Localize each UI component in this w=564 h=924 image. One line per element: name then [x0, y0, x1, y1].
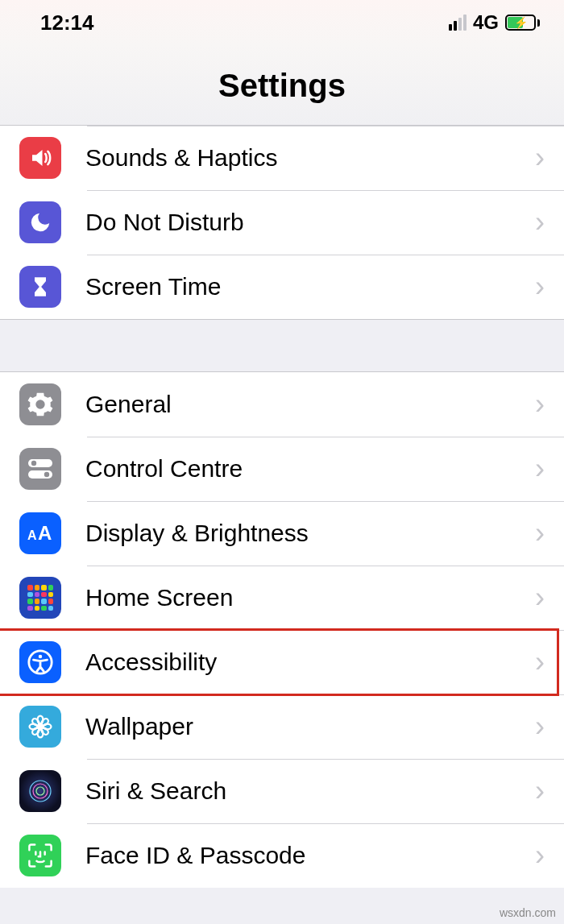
svg-point-7: [39, 655, 43, 659]
svg-text:A: A: [38, 522, 52, 544]
svg-point-18: [33, 784, 48, 798]
group-separator: [0, 319, 564, 372]
chevron-right-icon: ›: [535, 387, 545, 421]
row-screen-time[interactable]: Screen Time ›: [0, 255, 564, 319]
network-label: 4G: [473, 11, 499, 34]
row-accessibility[interactable]: Accessibility ›: [0, 630, 564, 694]
row-general[interactable]: General ›: [0, 372, 564, 437]
svg-point-16: [31, 727, 41, 736]
row-control-centre[interactable]: Control Centre ›: [0, 437, 564, 501]
row-label: Sounds & Haptics: [85, 144, 535, 172]
svg-text:A: A: [27, 528, 37, 542]
row-label: Wallpaper: [85, 713, 535, 740]
row-label: Face ID & Passcode: [85, 842, 535, 869]
row-do-not-disturb[interactable]: Do Not Disturb ›: [0, 190, 564, 255]
svg-point-15: [40, 718, 50, 727]
home-screen-icon: [19, 577, 61, 619]
faceid-icon: [19, 835, 61, 876]
row-wallpaper[interactable]: Wallpaper ›: [0, 694, 564, 759]
hourglass-icon: [19, 266, 61, 308]
settings-group-1: Sounds & Haptics › Do Not Disturb › Scre…: [0, 126, 564, 319]
row-display-brightness[interactable]: AA Display & Brightness ›: [0, 501, 564, 566]
siri-icon: [19, 770, 61, 812]
status-right: 4G ⚡: [449, 11, 540, 34]
chevron-right-icon: ›: [535, 141, 545, 175]
row-label: Display & Brightness: [85, 520, 535, 547]
chevron-right-icon: ›: [535, 774, 545, 808]
text-size-icon: AA: [19, 512, 61, 554]
gear-icon: [19, 383, 61, 425]
status-time: 12:14: [40, 10, 94, 35]
cell-signal-icon: [449, 15, 467, 31]
chevron-right-icon: ›: [535, 581, 545, 615]
chevron-right-icon: ›: [535, 645, 545, 679]
row-label: Control Centre: [85, 455, 535, 483]
svg-point-3: [44, 472, 49, 477]
svg-point-14: [40, 727, 50, 736]
svg-point-13: [31, 718, 41, 727]
row-home-screen[interactable]: Home Screen ›: [0, 566, 564, 630]
row-label: Screen Time: [85, 273, 535, 300]
row-siri-search[interactable]: Siri & Search ›: [0, 759, 564, 823]
accessibility-icon: [19, 641, 61, 683]
page-title: Settings: [0, 68, 564, 104]
row-sounds-haptics[interactable]: Sounds & Haptics ›: [0, 126, 564, 190]
chevron-right-icon: ›: [535, 452, 545, 486]
status-bar: 12:14 4G ⚡: [0, 0, 564, 45]
chevron-right-icon: ›: [535, 839, 545, 872]
row-label: General: [85, 391, 535, 418]
chevron-right-icon: ›: [535, 205, 545, 239]
battery-icon: ⚡: [505, 15, 540, 31]
svg-point-19: [36, 787, 44, 795]
chevron-right-icon: ›: [535, 270, 545, 304]
settings-screen: 12:14 4G ⚡ Settings Sounds & Haptics › D…: [0, 0, 564, 924]
chevron-right-icon: ›: [535, 516, 545, 550]
row-label: Home Screen: [85, 584, 535, 611]
row-label: Accessibility: [85, 648, 535, 676]
row-faceid-passcode[interactable]: Face ID & Passcode ›: [0, 823, 564, 888]
watermark: wsxdn.com: [500, 906, 556, 919]
flower-icon: [19, 706, 61, 748]
sounds-icon: [19, 137, 61, 179]
settings-group-2: General › Control Centre › AA Display & …: [0, 372, 564, 888]
svg-point-1: [31, 461, 36, 466]
row-label: Siri & Search: [85, 777, 535, 805]
moon-icon: [19, 201, 61, 243]
toggles-icon: [19, 448, 61, 490]
chevron-right-icon: ›: [535, 710, 545, 744]
page-header: Settings: [0, 45, 564, 126]
row-label: Do Not Disturb: [85, 209, 535, 236]
